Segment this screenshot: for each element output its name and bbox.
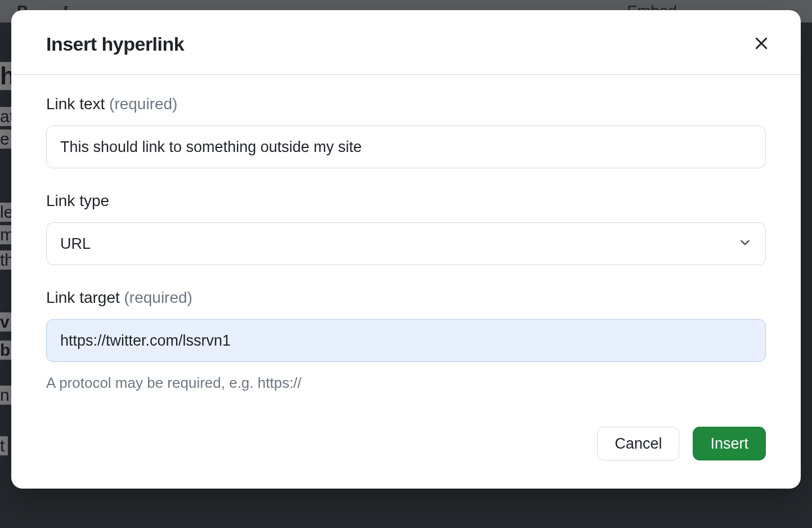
link-text-field: Link text (required) — [46, 95, 766, 168]
required-hint: (required) — [124, 289, 192, 306]
required-hint: (required) — [109, 95, 177, 113]
link-type-label: Link type — [46, 192, 766, 210]
link-type-select-wrap — [46, 222, 766, 265]
label-text: Link text — [46, 95, 105, 113]
insert-button[interactable]: Insert — [693, 427, 766, 460]
close-icon — [753, 35, 770, 53]
modal-footer: Cancel Insert — [11, 421, 801, 489]
link-target-label: Link target (required) — [46, 289, 766, 307]
link-target-input[interactable] — [46, 319, 766, 362]
label-text: Link target — [46, 289, 120, 306]
link-target-field: Link target (required) A protocol may be… — [46, 289, 766, 392]
close-button[interactable] — [750, 33, 773, 55]
link-type-select[interactable] — [46, 222, 766, 265]
insert-hyperlink-modal: Insert hyperlink Link text (required) Li… — [11, 10, 801, 489]
modal-title: Insert hyperlink — [46, 33, 184, 55]
link-text-input[interactable] — [46, 126, 766, 168]
cancel-button[interactable]: Cancel — [597, 427, 679, 460]
modal-header: Insert hyperlink — [11, 10, 801, 75]
label-text: Link type — [46, 192, 109, 209]
link-text-label: Link text (required) — [46, 95, 766, 113]
link-target-hint: A protocol may be required, e.g. https:/… — [46, 374, 766, 392]
modal-body: Link text (required) Link type Link targ… — [11, 75, 801, 421]
link-type-field: Link type — [46, 192, 766, 265]
